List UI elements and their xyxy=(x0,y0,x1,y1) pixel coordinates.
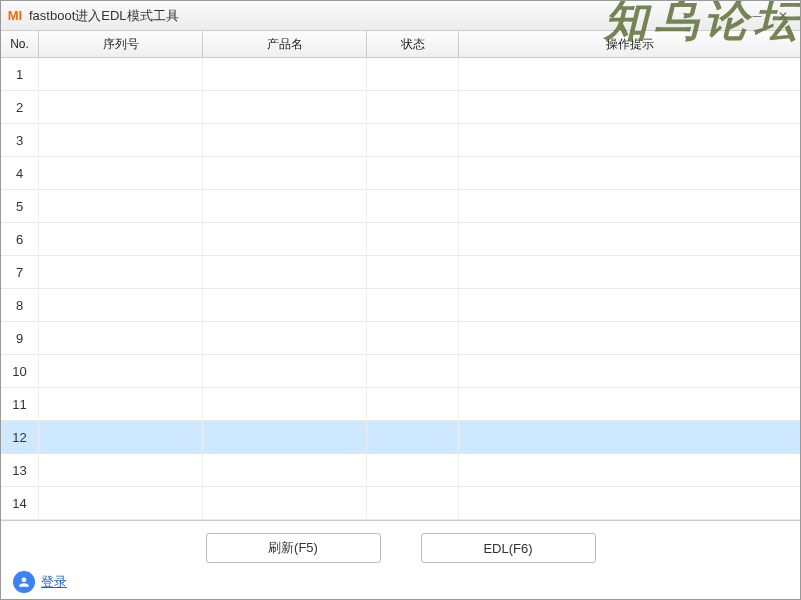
window-title: fastboot进入EDL模式工具 xyxy=(29,7,179,25)
login-link[interactable]: 登录 xyxy=(41,573,67,591)
cell-product xyxy=(203,223,367,255)
table-row[interactable]: 4 xyxy=(1,157,800,190)
cell-tip xyxy=(459,256,800,288)
cell-tip xyxy=(459,355,800,387)
login-row: 登录 xyxy=(1,563,800,600)
table-row[interactable]: 8 xyxy=(1,289,800,322)
cell-no: 7 xyxy=(1,256,39,288)
cell-no: 2 xyxy=(1,91,39,123)
cell-tip xyxy=(459,91,800,123)
cell-tip xyxy=(459,58,800,90)
cell-status xyxy=(367,388,459,420)
cell-status xyxy=(367,322,459,354)
footer: 刷新(F5) EDL(F6) 登录 xyxy=(1,521,800,599)
cell-serial xyxy=(39,421,203,453)
cell-status xyxy=(367,58,459,90)
table-row[interactable]: 6 xyxy=(1,223,800,256)
cell-product xyxy=(203,157,367,189)
cell-tip xyxy=(459,454,800,486)
column-header-product[interactable]: 产品名 xyxy=(203,31,367,57)
cell-status xyxy=(367,157,459,189)
cell-product xyxy=(203,322,367,354)
cell-product xyxy=(203,190,367,222)
cell-tip xyxy=(459,124,800,156)
cell-no: 5 xyxy=(1,190,39,222)
cell-serial xyxy=(39,58,203,90)
table-row[interactable]: 12 xyxy=(1,421,800,454)
cell-serial xyxy=(39,223,203,255)
cell-status xyxy=(367,454,459,486)
cell-product xyxy=(203,355,367,387)
table-row[interactable]: 14 xyxy=(1,487,800,520)
table-row[interactable]: 1 xyxy=(1,58,800,91)
cell-no: 14 xyxy=(1,487,39,519)
cell-serial xyxy=(39,355,203,387)
button-row: 刷新(F5) EDL(F6) xyxy=(1,521,800,563)
cell-no: 9 xyxy=(1,322,39,354)
cell-no: 4 xyxy=(1,157,39,189)
titlebar: MI fastboot进入EDL模式工具 ─ ✕ xyxy=(1,1,800,31)
user-avatar-icon[interactable] xyxy=(13,571,35,593)
cell-tip xyxy=(459,421,800,453)
table-row[interactable]: 10 xyxy=(1,355,800,388)
cell-product xyxy=(203,421,367,453)
column-header-serial[interactable]: 序列号 xyxy=(39,31,203,57)
cell-serial xyxy=(39,124,203,156)
cell-status xyxy=(367,487,459,519)
table-row[interactable]: 13 xyxy=(1,454,800,487)
cell-serial xyxy=(39,256,203,288)
column-header-no[interactable]: No. xyxy=(1,31,39,57)
cell-no: 6 xyxy=(1,223,39,255)
cell-no: 11 xyxy=(1,388,39,420)
column-header-status[interactable]: 状态 xyxy=(367,31,459,57)
cell-serial xyxy=(39,289,203,321)
mi-logo-icon: MI xyxy=(7,8,23,24)
cell-serial xyxy=(39,487,203,519)
cell-tip xyxy=(459,388,800,420)
cell-status xyxy=(367,289,459,321)
cell-status xyxy=(367,256,459,288)
edl-button[interactable]: EDL(F6) xyxy=(421,533,596,563)
cell-product xyxy=(203,91,367,123)
cell-tip xyxy=(459,487,800,519)
cell-product xyxy=(203,256,367,288)
table-row[interactable]: 7 xyxy=(1,256,800,289)
cell-serial xyxy=(39,157,203,189)
table-row[interactable]: 5 xyxy=(1,190,800,223)
cell-status xyxy=(367,421,459,453)
cell-no: 12 xyxy=(1,421,39,453)
cell-product xyxy=(203,124,367,156)
cell-no: 1 xyxy=(1,58,39,90)
cell-tip xyxy=(459,322,800,354)
cell-status xyxy=(367,190,459,222)
cell-serial xyxy=(39,322,203,354)
cell-serial xyxy=(39,388,203,420)
cell-product xyxy=(203,388,367,420)
cell-tip xyxy=(459,223,800,255)
column-header-tip[interactable]: 操作提示 xyxy=(459,31,800,57)
minimize-button[interactable]: ─ xyxy=(746,7,768,25)
window-controls: ─ ✕ xyxy=(746,7,794,25)
cell-tip xyxy=(459,289,800,321)
cell-status xyxy=(367,91,459,123)
cell-no: 13 xyxy=(1,454,39,486)
cell-product xyxy=(203,454,367,486)
close-button[interactable]: ✕ xyxy=(772,7,794,25)
cell-product xyxy=(203,487,367,519)
table-row[interactable]: 9 xyxy=(1,322,800,355)
cell-tip xyxy=(459,157,800,189)
cell-product xyxy=(203,58,367,90)
table-row[interactable]: 11 xyxy=(1,388,800,421)
refresh-button[interactable]: 刷新(F5) xyxy=(206,533,381,563)
table-row[interactable]: 2 xyxy=(1,91,800,124)
cell-serial xyxy=(39,91,203,123)
cell-status xyxy=(367,124,459,156)
cell-no: 8 xyxy=(1,289,39,321)
table-header: No. 序列号 产品名 状态 操作提示 xyxy=(1,31,800,58)
cell-status xyxy=(367,355,459,387)
cell-product xyxy=(203,289,367,321)
cell-no: 3 xyxy=(1,124,39,156)
table-row[interactable]: 3 xyxy=(1,124,800,157)
cell-no: 10 xyxy=(1,355,39,387)
table-body: 1234567891011121314 xyxy=(1,58,800,521)
